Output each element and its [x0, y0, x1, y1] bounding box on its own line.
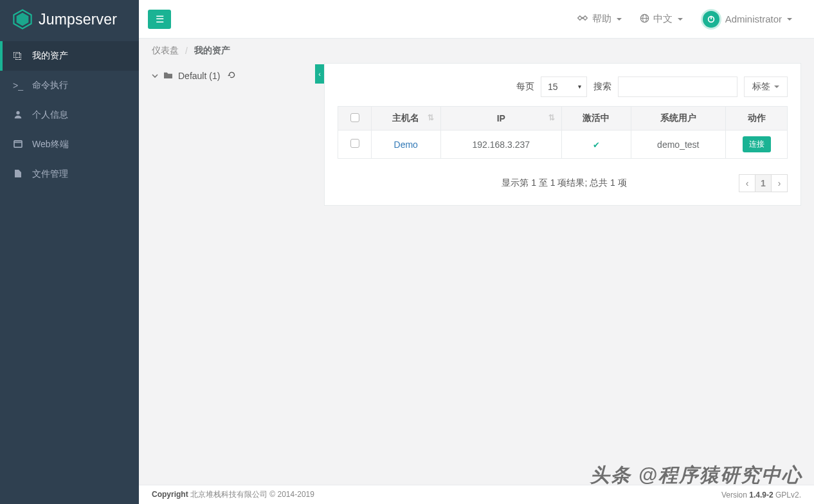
brand[interactable]: Jumpserver — [0, 0, 139, 39]
select-all-checkbox[interactable] — [350, 113, 359, 122]
breadcrumb-root[interactable]: 仪表盘 — [152, 45, 179, 57]
caret-down-icon — [678, 18, 683, 21]
page-prev[interactable]: ‹ — [739, 174, 755, 192]
help-label: 帮助 — [592, 13, 611, 25]
nav-label: 个人信息 — [32, 109, 68, 121]
toggle-sidebar-button[interactable]: ☰ — [148, 10, 171, 29]
pagination: ‹ 1 › — [739, 174, 788, 192]
breadcrumb-sep: / — [185, 46, 188, 56]
sort-icon: ⇅ — [428, 113, 434, 122]
tree-root-label: Default (1) — [178, 71, 220, 81]
version: Version 1.4.9-2 GPLv2. — [721, 491, 801, 500]
caret-down-icon — [787, 18, 792, 21]
table-tools: 每页 15 ▾ 搜索 标签 — [338, 76, 788, 97]
system-user-cell: demo_test — [631, 130, 725, 159]
content: 仪表盘 / 我的资产 Default (1) ‹ 每页 — [139, 39, 814, 485]
sort-icon: ⇅ — [548, 113, 555, 122]
nav-item-files[interactable]: 文件管理 — [0, 159, 139, 189]
col-system-user: 系统用户 — [631, 107, 725, 130]
window-icon — [13, 140, 23, 150]
main-pane: 每页 15 ▾ 搜索 标签 主机名 — [324, 63, 801, 206]
hostname-link[interactable]: Demo — [394, 140, 418, 150]
caret-down-icon — [617, 18, 622, 21]
nav-label: 文件管理 — [32, 168, 68, 180]
table-info: 显示第 1 至 1 项结果; 总共 1 项 — [389, 177, 739, 189]
logo-icon — [12, 8, 33, 30]
nav-label: 命令执行 — [32, 80, 68, 91]
tag-button[interactable]: 标签 — [744, 76, 788, 97]
tree-root-node[interactable]: Default (1) — [152, 69, 315, 82]
breadcrumb-current: 我的资产 — [194, 45, 230, 57]
nav-item-profile[interactable]: 个人信息 — [0, 100, 139, 130]
terminal-icon: >_ — [13, 80, 23, 91]
nav-label: 我的资产 — [32, 50, 68, 62]
tree-pane: Default (1) — [152, 63, 315, 89]
page-1[interactable]: 1 — [755, 174, 772, 192]
nav-item-assets[interactable]: ⿻ 我的资产 — [0, 41, 139, 71]
brand-text: Jumpserver — [39, 11, 117, 28]
page-next[interactable]: › — [771, 174, 788, 192]
col-ip[interactable]: IP ⇅ — [440, 107, 562, 130]
breadcrumb: 仪表盘 / 我的资产 — [139, 39, 814, 63]
lang-menu[interactable]: 中文 — [631, 13, 692, 25]
check-icon: ✔ — [593, 140, 600, 150]
nav-item-webterm[interactable]: Web终端 — [0, 130, 139, 159]
per-page-label: 每页 — [516, 81, 534, 93]
lang-label: 中文 — [653, 13, 673, 25]
row-checkbox[interactable] — [350, 139, 359, 148]
svg-point-2 — [16, 111, 19, 114]
topbar: ☰ 帮助 中文 Administrator — [139, 0, 814, 39]
user-menu[interactable]: Administrator — [692, 9, 801, 30]
copyright: Copyright 北京堆栈科技有限公司 © 2014-2019 — [152, 489, 314, 500]
copy-icon: ⿻ — [13, 51, 23, 61]
collapse-tree-button[interactable]: ‹ — [315, 64, 324, 84]
tag-label: 标签 — [752, 81, 770, 93]
svg-marker-1 — [17, 13, 29, 26]
refresh-icon[interactable] — [228, 71, 236, 81]
nav-item-exec[interactable]: >_ 命令执行 — [0, 71, 139, 100]
sidebar: Jumpserver ⿻ 我的资产 >_ 命令执行 个人信息 Web终端 文 — [0, 0, 139, 504]
globe-icon — [640, 14, 649, 25]
footer: Copyright 北京堆栈科技有限公司 © 2014-2019 Version… — [139, 485, 814, 504]
col-hostname[interactable]: 主机名 ⇅ — [372, 107, 441, 130]
col-action: 动作 — [726, 107, 788, 130]
search-input[interactable] — [618, 76, 737, 97]
user-label: Administrator — [725, 14, 782, 24]
asset-table: 主机名 ⇅ IP ⇅ 激活中 系统用户 动作 — [338, 106, 788, 159]
help-menu[interactable]: 帮助 — [568, 13, 631, 25]
per-page-value: 15 — [548, 82, 558, 92]
nav-label: Web终端 — [32, 139, 69, 150]
nav-list: ⿻ 我的资产 >_ 命令执行 个人信息 Web终端 文件管理 — [0, 41, 139, 189]
connect-button[interactable]: 连接 — [743, 136, 771, 152]
table-row: Demo 192.168.3.237 ✔ demo_test 连接 — [338, 130, 788, 159]
caret-down-icon: ▾ — [578, 83, 581, 90]
search-label: 搜索 — [593, 81, 611, 93]
ip-cell: 192.168.3.237 — [440, 130, 562, 159]
power-icon — [701, 9, 721, 30]
chevron-down-icon — [152, 71, 158, 81]
folder-icon — [163, 71, 173, 81]
caret-down-icon — [774, 86, 779, 88]
table-footer: 显示第 1 至 1 项结果; 总共 1 项 ‹ 1 › — [338, 174, 788, 192]
per-page-select[interactable]: 15 ▾ — [541, 76, 587, 97]
handshake-icon — [577, 14, 588, 24]
svg-rect-3 — [14, 141, 22, 147]
file-icon — [13, 169, 23, 180]
col-active: 激活中 — [562, 107, 631, 130]
user-icon — [13, 110, 23, 121]
